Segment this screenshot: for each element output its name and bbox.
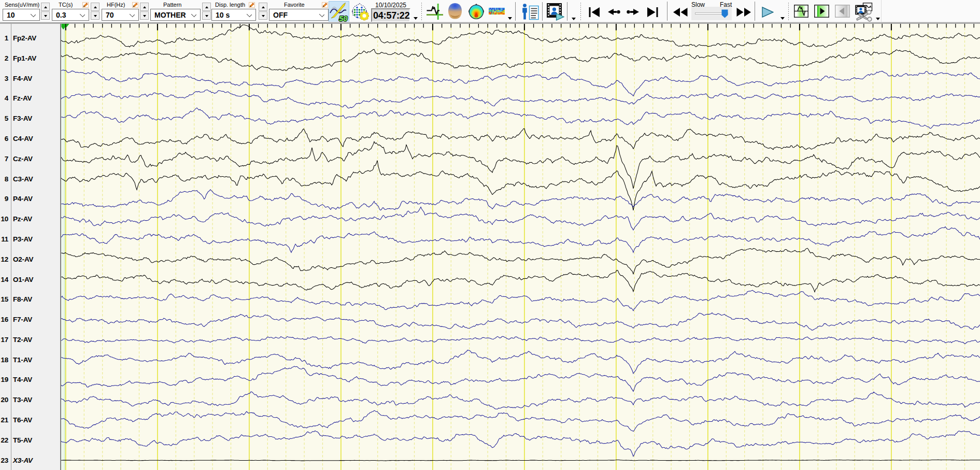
svg-text:50: 50: [339, 14, 348, 22]
